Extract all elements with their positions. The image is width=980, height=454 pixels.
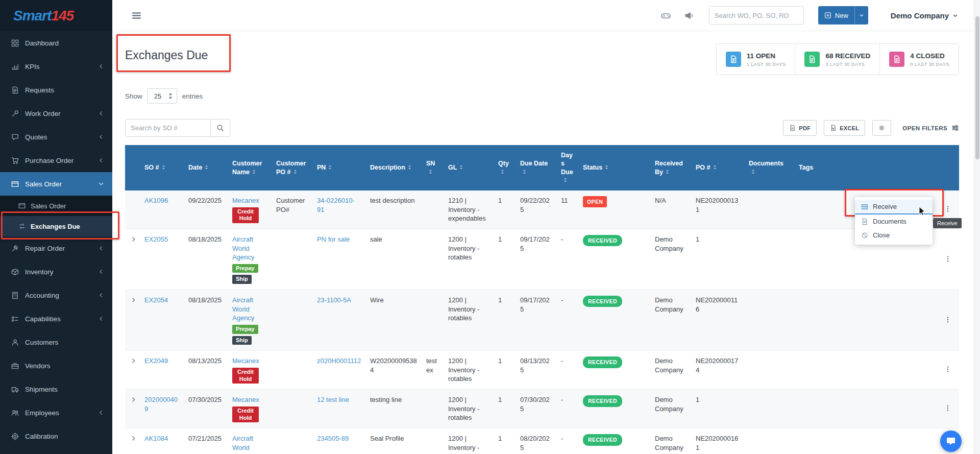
sidebar-item-accounting[interactable]: Accounting xyxy=(0,283,112,307)
so-link[interactable]: 2020000409 xyxy=(144,396,178,413)
col-due-date[interactable]: Due Date xyxy=(516,145,557,190)
sidebar-item-requests[interactable]: Requests xyxy=(0,78,112,102)
col-status[interactable]: Status xyxy=(579,145,651,190)
cell-received-by: Demo Company xyxy=(651,290,692,351)
so-link[interactable]: AK1096 xyxy=(144,197,168,204)
gamepad-icon[interactable] xyxy=(661,11,671,20)
sidebar-item-quotes[interactable]: Quotes xyxy=(0,125,112,149)
hamburger-menu-icon[interactable] xyxy=(132,11,141,20)
cell-so: AK1096 xyxy=(140,190,184,229)
announcements-megaphone-icon[interactable] xyxy=(684,11,694,20)
sidebar-item-inventory[interactable]: Inventory xyxy=(0,260,112,283)
col-tags[interactable]: Tags xyxy=(795,145,936,190)
customer-link[interactable]: Aircraft World Agency xyxy=(232,435,254,454)
expand-row-button[interactable] xyxy=(129,434,138,443)
so-link[interactable]: AK1084 xyxy=(144,435,168,442)
expand-row-button[interactable] xyxy=(129,395,138,404)
customer-link[interactable]: Mecanex xyxy=(232,396,259,403)
sidebar-item-dashboard[interactable]: Dashboard xyxy=(0,31,112,55)
col-documents[interactable]: Documents xyxy=(745,145,795,190)
sidebar-item-capabilities[interactable]: Capabilities xyxy=(0,307,112,330)
row-actions-kebab-icon[interactable] xyxy=(941,203,954,216)
excel-export-button[interactable]: EXCEL xyxy=(824,120,865,136)
expand-row-button[interactable] xyxy=(129,296,138,304)
customer-link[interactable]: Aircraft World Agency xyxy=(232,296,254,322)
so-link[interactable]: EX2049 xyxy=(144,357,168,365)
new-dropdown-caret[interactable] xyxy=(854,6,868,25)
sidebar-item-work-order[interactable]: Work Order xyxy=(0,102,112,125)
col-gl[interactable]: GL xyxy=(444,145,494,190)
sidebar-item-customers[interactable]: Customers xyxy=(0,330,112,354)
sidebar-item-calibration[interactable]: Calibration xyxy=(0,424,112,448)
so-search-input[interactable] xyxy=(125,119,211,137)
chat-widget-button[interactable] xyxy=(940,431,962,452)
col-received-by[interactable]: Received By xyxy=(651,145,692,190)
cell-tags xyxy=(795,290,936,351)
col-sn[interactable]: SN xyxy=(422,145,444,190)
row-actions-kebab-icon[interactable] xyxy=(941,253,954,266)
sidebar-subitem-sales-order[interactable]: Sales Order xyxy=(0,196,112,216)
entries-select[interactable]: 25 xyxy=(148,88,177,104)
stat-open[interactable]: 11 OPEN 1 LAST 30 DAYS xyxy=(717,44,795,75)
cell-actions xyxy=(936,290,959,351)
stat-closed[interactable]: 4 CLOSED 0 LAST 30 DAYS xyxy=(879,44,959,75)
stat-received[interactable]: 68 RECEIVED 0 LAST 30 DAYS xyxy=(795,44,879,75)
context-menu-documents[interactable]: Documents xyxy=(855,214,933,228)
row-actions-kebab-icon[interactable] xyxy=(941,402,954,415)
scrollbar-thumb[interactable] xyxy=(975,16,979,159)
sidebar-item-vendors[interactable]: Vendors xyxy=(0,354,112,377)
row-actions-kebab-icon[interactable] xyxy=(941,364,954,376)
sidebar-item-sales-order[interactable]: Sales Order xyxy=(0,172,112,196)
sidebar-item-repair-order[interactable]: Repair Order xyxy=(0,236,112,260)
pn-link[interactable]: 23-1100-5A xyxy=(317,296,351,304)
context-menu-close[interactable]: Close xyxy=(855,228,933,242)
col-customer-name[interactable]: Customer Name xyxy=(228,145,272,190)
cell-documents xyxy=(745,351,795,390)
sales-order-icon xyxy=(18,202,26,209)
col-so[interactable]: SO # xyxy=(140,145,184,190)
pn-link[interactable]: z020H0001112 xyxy=(317,357,361,365)
sidebar-subitem-exchanges-due[interactable]: Exchanges Due xyxy=(0,216,112,236)
pdf-export-button[interactable]: PDF xyxy=(783,120,817,136)
expand-row-button[interactable] xyxy=(129,235,138,244)
customer-link[interactable]: Mecanex xyxy=(232,357,259,365)
cell-pn: 12 test line xyxy=(313,390,366,428)
entries-label: entries xyxy=(182,92,203,100)
customer-link[interactable]: Mecanex xyxy=(232,197,259,204)
sidebar-item-kpis[interactable]: KPIs xyxy=(0,55,112,78)
row-actions-kebab-icon[interactable] xyxy=(941,314,954,327)
cell-sn xyxy=(422,390,444,428)
pn-link[interactable]: PN for sale xyxy=(317,235,350,243)
sidebar-item-employees[interactable]: Employees xyxy=(0,401,112,424)
cell-qty: 1 xyxy=(494,290,516,351)
pn-link[interactable]: 12 test line xyxy=(317,396,349,403)
table-settings-button[interactable] xyxy=(872,120,891,136)
sidebar-item-shipments[interactable]: Shipments xyxy=(0,377,112,401)
col-pn[interactable]: PN xyxy=(313,145,366,190)
new-button[interactable]: New xyxy=(818,6,868,25)
cell-days-due: - xyxy=(557,351,579,390)
sidebar-item-purchase-order[interactable]: Purchase Order xyxy=(0,149,112,172)
so-link[interactable]: EX2055 xyxy=(144,235,168,243)
customer-link[interactable]: Aircraft World Agency xyxy=(232,235,254,261)
col-customer-po[interactable]: Customer PO # xyxy=(272,145,313,190)
cell-date: 07/30/2025 xyxy=(184,390,228,428)
expand-row-button[interactable] xyxy=(129,356,138,365)
pn-link[interactable]: 34-0226010-91 xyxy=(317,197,355,213)
quotes-icon xyxy=(11,133,19,141)
col-date[interactable]: Date xyxy=(184,145,228,190)
col-description[interactable]: Description xyxy=(366,145,422,190)
pn-link[interactable]: 234505-89 xyxy=(317,435,349,442)
search-icon[interactable] xyxy=(211,119,230,137)
global-search-input[interactable] xyxy=(709,6,804,25)
company-selector[interactable]: Demo Company xyxy=(891,11,958,20)
col-qty[interactable]: Qty xyxy=(494,145,516,190)
col-days-due[interactable]: Days Due xyxy=(557,145,579,190)
cell-due-date: 09/22/2025 xyxy=(516,190,557,229)
page-scrollbar[interactable] xyxy=(974,0,980,454)
open-filters-button[interactable]: OPEN FILTERS xyxy=(902,124,959,132)
so-link[interactable]: EX2054 xyxy=(144,296,168,304)
col-po[interactable]: PO # xyxy=(692,145,745,190)
cell-customer-po xyxy=(272,351,313,390)
cell-received-by: Demo Company xyxy=(651,428,692,454)
